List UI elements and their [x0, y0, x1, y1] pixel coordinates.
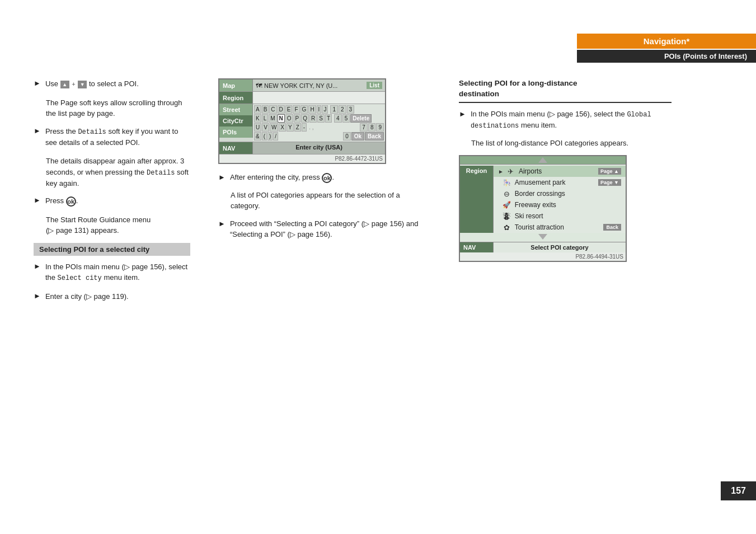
- device-screen: Map 🗺 NEW YORK CITY, NY (U... List Regio…: [218, 78, 386, 164]
- ok-btn-mid: ok: [322, 173, 332, 183]
- nav-down-icon: ▼: [78, 81, 87, 88]
- scroll-down-triangle: [538, 234, 547, 240]
- mid-column: Map 🗺 NEW YORK CITY, NY (U... List Regio…: [218, 78, 431, 247]
- bullet-use-poi: ► Use ▲ + ▼ to select a POI.: [34, 78, 190, 90]
- mid-arrow-2: ►: [218, 219, 226, 228]
- nav-title: Navigation*: [577, 34, 756, 49]
- mid-text-2: Proceed with “Selecting a POI category” …: [230, 218, 431, 240]
- poi-tourist-label: Tourist attraction: [515, 223, 564, 231]
- bullet-text-2: Press the Details soft key if you want t…: [45, 126, 190, 148]
- screen-region-label: Region: [219, 92, 253, 104]
- kb-back-btn[interactable]: Back: [365, 132, 384, 140]
- bullet-enter-city: ► Enter a city (▷ page 119).: [34, 291, 190, 302]
- select-city-code: Select city: [58, 274, 102, 282]
- poi-down-triangle-row: [460, 233, 626, 241]
- screen-nav-label: NAV: [219, 142, 253, 154]
- screen-row-street: Street CityCtr POIs A B C D E F G H I J …: [219, 104, 385, 142]
- page-a-btn[interactable]: Page ▲: [598, 168, 621, 175]
- poi-item-ski[interactable]: ⛇ Ski resort: [494, 210, 626, 222]
- bullet-text-5: Enter a city (▷ page 119).: [45, 291, 129, 302]
- screen-region-content: [253, 92, 385, 104]
- details-code-2: Details: [147, 169, 175, 177]
- right-column: Selecting POI for a long-distance destin…: [459, 78, 672, 262]
- poi-item-amusement[interactable]: 🎠 Amusement park Page ▼: [494, 177, 626, 188]
- mid-arrow-1: ►: [218, 173, 226, 181]
- plus-icon: +: [72, 79, 75, 89]
- details-code: Details: [78, 128, 106, 136]
- mid-sub-1: A list of POI categories appears for the…: [231, 190, 431, 212]
- start-route-label: The Start Route Guidance menu (▷ page 13…: [46, 214, 190, 236]
- screen-city-content: 🗺 NEW YORK CITY, NY (U... List: [253, 79, 385, 91]
- screen-map-label: Map: [219, 79, 253, 91]
- ski-icon: ⛇: [502, 212, 512, 221]
- mid-bullet-1: ► After entering the city, press ok.: [218, 172, 431, 183]
- list-btn[interactable]: List: [367, 82, 382, 89]
- poi-items-row: Region ► ✈ Airports Page ▲ 🎠 Amusement p: [460, 166, 626, 233]
- kb-ok-btn[interactable]: Ok: [351, 132, 364, 140]
- nav-subtitle: POIs (Points of Interest): [577, 50, 756, 63]
- poi-nav-label: NAV: [460, 242, 494, 252]
- poi-select-poi-label: Select POI category: [494, 242, 626, 252]
- right-section-heading: Selecting POI for a long-distance destin…: [459, 78, 672, 103]
- bullet1-sub: The Page soft keys allow scrolling throu…: [46, 97, 190, 119]
- screen-pois-label: POIs: [219, 127, 253, 138]
- left-column: ► Use ▲ + ▼ to select a POI. The Page so…: [34, 78, 190, 310]
- freeway-icon: 🚀: [502, 201, 512, 209]
- header-nav: Navigation* POIs (Points of Interest): [577, 34, 756, 63]
- poi-device-screen: Region ► ✈ Airports Page ▲ 🎠 Amusement p: [459, 155, 627, 262]
- poi-amusement-label: Amusement park: [515, 179, 566, 186]
- right-sub-1: The list of long-distance POI categories…: [471, 138, 672, 149]
- kb-key-n[interactable]: N: [278, 114, 285, 123]
- page-v-btn[interactable]: Page ▼: [598, 179, 621, 186]
- bullet-arrow-4: ►: [34, 262, 41, 270]
- poi-items-area: Region ► ✈ Airports Page ▲ 🎠 Amusement p: [460, 165, 626, 242]
- city-icon: 🗺: [256, 82, 262, 89]
- kb-key-a[interactable]: A: [254, 105, 261, 114]
- city-value: NEW YORK CITY, NY (U...: [264, 82, 367, 89]
- back-btn-poi[interactable]: Back: [603, 224, 621, 231]
- poi-border-label: Border crossings: [515, 190, 565, 198]
- bullet-press-ok: ► Press ok.: [34, 195, 190, 207]
- poi-items-list: ► ✈ Airports Page ▲ 🎠 Amusement park Pag…: [494, 166, 626, 233]
- kb-row-4: & ( ) / 0 Ok Back: [254, 132, 384, 140]
- kb-row-2: K L M N O P Q R S T 4 5 Delete: [254, 114, 384, 123]
- scroll-up-triangle: [538, 157, 547, 163]
- bullet2-sub: The details disappear again after approx…: [46, 156, 190, 189]
- poi-airports-label: Airports: [519, 167, 542, 175]
- ok-button-icon: ok: [66, 196, 76, 207]
- right-bullet-1: ► In the POIs main menu (▷ page 156), se…: [459, 109, 672, 131]
- mid-bullet-2: ► Proceed with “Selecting a POI category…: [218, 218, 431, 240]
- screen-partcode: P82.86-4472-31US: [219, 154, 385, 163]
- poi-item-airports[interactable]: ► ✈ Airports Page ▲: [494, 166, 626, 177]
- right-arrow-1: ►: [459, 110, 466, 118]
- screen-cityctr-label: CityCtr: [219, 115, 253, 127]
- section-heading-selected-city: Selecting POI for a selected city: [34, 243, 190, 256]
- screen-enter-city: Enter city (USA): [253, 142, 385, 154]
- poi-item-border[interactable]: ⊖ Border crossings: [494, 188, 626, 199]
- poi-item-freeway[interactable]: 🚀 Freeway exits: [494, 199, 626, 210]
- page-number: 157: [721, 481, 756, 500]
- kb-row-1: A B C D E F G H I J 1 2 3: [254, 105, 384, 114]
- poi-partcode: P82.86-4494-31US: [460, 252, 626, 261]
- bullet-details: ► Press the Details soft key if you want…: [34, 126, 190, 148]
- keyboard-area: A B C D E F G H I J 1 2 3 K L M: [253, 104, 385, 142]
- poi-item-tourist[interactable]: ✿ Tourist attraction Back: [494, 222, 626, 233]
- bullet-pois-main-city: ► In the POIs main menu (▷ page 156), se…: [34, 261, 190, 284]
- screen-row-region: Region: [219, 92, 385, 104]
- nav-up-icon: ▲: [60, 81, 69, 88]
- poi-top-triangle: [460, 156, 626, 165]
- kb-delete-btn[interactable]: Delete: [350, 114, 372, 123]
- poi-ski-label: Ski resort: [515, 212, 543, 220]
- bullet-arrow-1: ►: [34, 79, 41, 87]
- border-icon: ⊖: [502, 190, 512, 198]
- bullet-text-1: Use ▲ + ▼ to select a POI.: [45, 78, 139, 90]
- poi-freeway-label: Freeway exits: [515, 201, 556, 209]
- bullet-text-3: Press ok.: [45, 195, 78, 207]
- screen-row-nav: NAV Enter city (USA): [219, 142, 385, 154]
- bullet-arrow-5: ►: [34, 292, 41, 300]
- poi-arrow-icon: ►: [498, 168, 504, 175]
- amusement-icon: 🎠: [502, 179, 512, 186]
- bullet-arrow-2: ►: [34, 127, 41, 135]
- screen-row-map: Map 🗺 NEW YORK CITY, NY (U... List: [219, 79, 385, 92]
- bullet-text-4: In the POIs main menu (▷ page 156), sele…: [45, 261, 190, 284]
